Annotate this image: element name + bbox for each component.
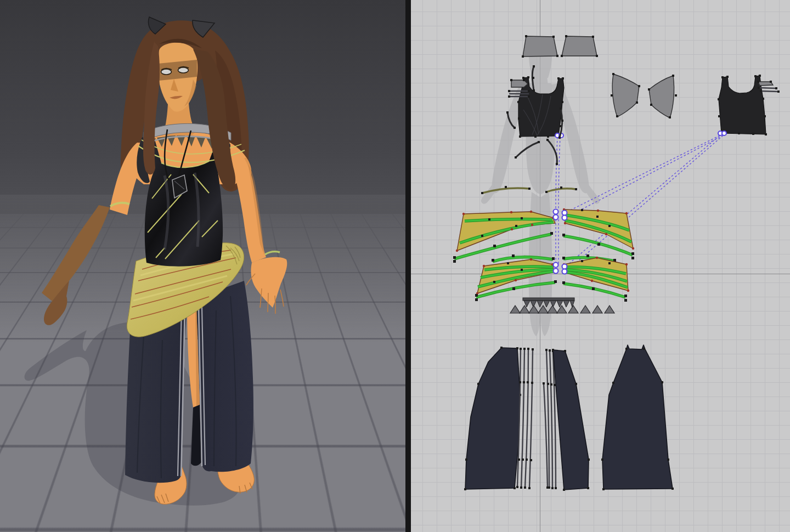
gusset-triangles-row[interactable] — [510, 305, 614, 313]
avatar-3d[interactable] — [0, 0, 405, 532]
skirt-front-right-panel[interactable] — [552, 349, 590, 491]
2d-pattern-canvas[interactable] — [411, 0, 790, 532]
bracelet — [265, 252, 280, 254]
seam-selected-points[interactable] — [554, 210, 567, 274]
sash-lower-right[interactable] — [563, 257, 629, 292]
sleeve-cap-trapezoid-left[interactable] — [522, 35, 558, 58]
3d-viewport-canvas[interactable] — [0, 0, 405, 532]
left-forearm-sheer — [42, 205, 110, 301]
skirt-front-left-panel[interactable] — [464, 347, 521, 490]
sleeve-cap-trapezoid-right[interactable] — [561, 35, 598, 57]
side-gusset-left[interactable] — [611, 73, 640, 117]
side-gusset-right[interactable] — [648, 75, 677, 118]
app-window — [0, 0, 790, 532]
right-hand — [251, 257, 287, 308]
panel-divider[interactable] — [405, 0, 411, 532]
skirt-back-panel[interactable] — [601, 345, 674, 490]
pattern-layout[interactable] — [411, 0, 790, 532]
